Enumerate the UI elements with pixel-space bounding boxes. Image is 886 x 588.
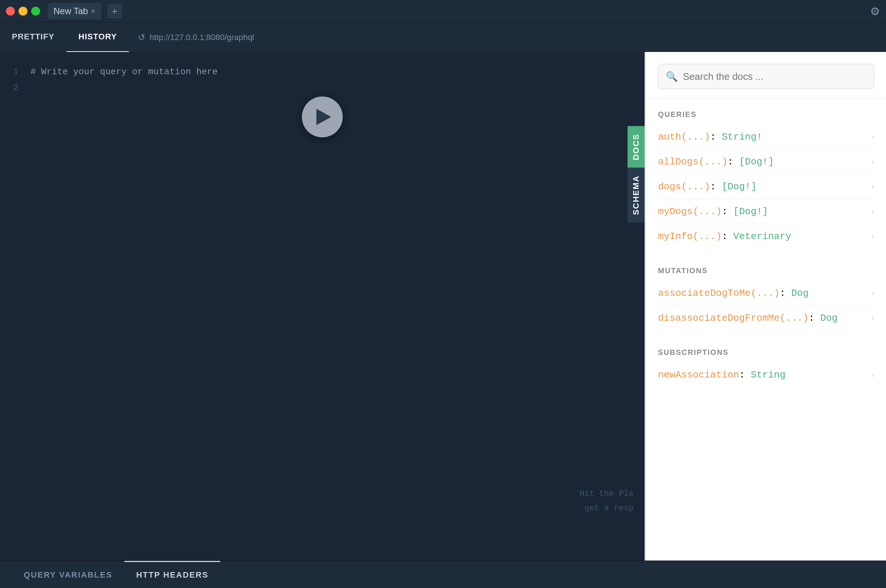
search-box-container: 🔍 [646,52,886,98]
mutation-associateDogToMe[interactable]: associateDogToMe(...): Dog › [658,281,874,306]
side-tabs: DOCS SCHEMA [628,126,645,222]
mutation-disassociateDogFromMe-name: disassociateDogFromMe(...): Dog [658,312,838,324]
query-auth-chevron: › [871,132,874,142]
gear-icon[interactable]: ⚙ [870,5,880,18]
search-box: 🔍 [658,64,874,89]
query-myDogs-name: myDogs(...): [Dog!] [658,206,768,217]
refresh-icon[interactable]: ↺ [138,32,145,43]
hint-line-1: Hit the Pla [580,487,634,501]
query-allDogs[interactable]: allDogs(...): [Dog!] › [658,150,874,174]
subscription-newAssociation-chevron: › [871,370,874,380]
close-button[interactable] [6,7,15,16]
tab-close-icon[interactable]: × [91,7,95,16]
docs-tab[interactable]: DOCS [628,126,645,168]
url-bar: ↺ http://127.0.0.1:8080/graphql [129,32,886,43]
mutation-disassociateDogFromMe[interactable]: disassociateDogFromMe(...): Dog › [658,306,874,330]
mutation-disassociateDogFromMe-chevron: › [871,313,874,323]
query-myDogs[interactable]: myDogs(...): [Dog!] › [658,200,874,224]
query-myInfo[interactable]: myInfo(...): Veterinary › [658,224,874,249]
url-text: http://127.0.0.1:8080/graphql [150,33,254,42]
query-variables-tab[interactable]: QUERY VARIABLES [12,561,125,588]
line-content-1: # Write your query or mutation here [30,64,218,80]
current-tab[interactable]: New Tab × [48,3,101,19]
title-bar: New Tab × + ⚙ [0,0,886,22]
tab-label: New Tab [54,6,88,16]
bottom-bar: QUERY VARIABLES HTTP HEADERS [0,561,886,588]
traffic-lights [6,7,40,16]
queries-section-title: QUERIES [658,110,874,119]
query-myDogs-chevron: › [871,207,874,216]
mutations-section-title: MUTATIONS [658,267,874,275]
search-input[interactable] [683,71,866,82]
query-myInfo-chevron: › [871,232,874,241]
history-button[interactable]: HISTORY [66,22,129,52]
query-dogs-chevron: › [871,182,874,192]
play-button[interactable] [302,96,343,137]
add-tab-button[interactable]: + [107,4,122,18]
docs-sidebar: 🔍 QUERIES auth(...): String! › allDogs(.… [645,52,886,561]
query-auth[interactable]: auth(...): String! › [658,125,874,150]
query-myInfo-name: myInfo(...): Veterinary [658,231,791,242]
line-number-2: 2 [8,80,18,96]
query-dogs-name: dogs(...): [Dog!] [658,181,757,192]
toolbar: PRETTIFY HISTORY ↺ http://127.0.0.1:8080… [0,22,886,52]
line-number-1: 1 [8,64,18,80]
subscription-newAssociation-name: newAssociation: String [658,369,785,381]
editor-line-2: 2 [8,80,637,96]
subscriptions-section-title: SUBSCRIPTIONS [658,348,874,357]
queries-section: QUERIES auth(...): String! › allDogs(...… [646,98,886,255]
subscriptions-section: SUBSCRIPTIONS newAssociation: String › [646,336,886,393]
playground-hint: Hit the Pla get a resp [580,487,634,516]
search-icon: 🔍 [666,71,678,82]
query-allDogs-name: allDogs(...): [Dog!] [658,156,774,167]
query-allDogs-chevron: › [871,157,874,166]
query-auth-name: auth(...): String! [658,131,762,142]
hint-line-2: get a resp [580,501,634,516]
http-headers-tab[interactable]: HTTP HEADERS [125,561,221,588]
mutation-associateDogToMe-name: associateDogToMe(...): Dog [658,288,809,299]
maximize-button[interactable] [31,7,40,16]
subscription-newAssociation[interactable]: newAssociation: String › [658,363,874,387]
schema-tab[interactable]: SCHEMA [628,168,645,222]
editor-line-1: 1 # Write your query or mutation here [8,64,637,80]
query-dogs[interactable]: dogs(...): [Dog!] › [658,174,874,200]
mutations-section: MUTATIONS associateDogToMe(...): Dog › d… [646,255,886,336]
prettify-button[interactable]: PRETTIFY [0,22,66,52]
main-layout: 1 # Write your query or mutation here 2 … [0,52,886,561]
minimize-button[interactable] [18,7,27,16]
editor-area[interactable]: 1 # Write your query or mutation here 2 … [0,52,645,561]
mutation-associateDogToMe-chevron: › [871,288,874,298]
